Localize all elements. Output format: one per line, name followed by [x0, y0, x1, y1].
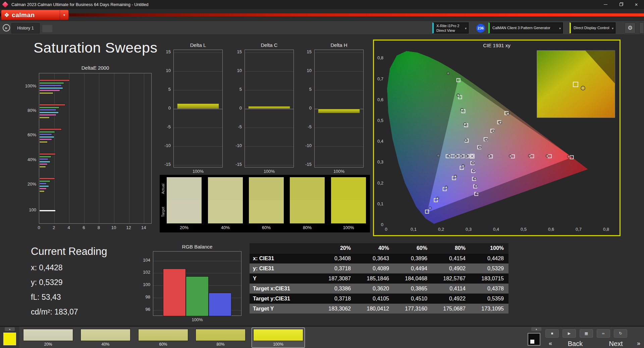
grid-line-v: [114, 73, 114, 223]
delta_l-bar: [177, 103, 219, 109]
deltae-bar-cyan: [39, 161, 50, 163]
table-row-label: Target Y: [250, 304, 317, 314]
table-cell: 187,3087: [317, 274, 356, 283]
y-tick-label: -5: [296, 124, 312, 129]
y-tick-label: -10: [155, 143, 171, 148]
toolbar-edge-button[interactable]: [639, 22, 644, 33]
actual-swatch-80%: [290, 177, 325, 200]
deltae-bar-magenta: [39, 138, 52, 140]
table-cell: 184,0468: [394, 274, 432, 283]
svg-text:0,4: 0,4: [493, 227, 499, 232]
table-cell: 0,4922: [432, 294, 470, 303]
pattern-level-color: [23, 329, 73, 341]
delta_h-plot: [314, 50, 364, 167]
svg-text:0,1: 0,1: [377, 201, 383, 206]
back-skip-button[interactable]: «: [545, 339, 555, 348]
x-tick-label: 4: [64, 225, 74, 230]
pattern-window-thumb: [530, 340, 534, 344]
minimize-icon: [604, 4, 607, 5]
table-cell: 0,4902: [432, 264, 470, 273]
svg-text:0,1: 0,1: [411, 227, 417, 232]
close-button[interactable]: ✕: [629, 0, 644, 9]
measured-marker-blue: [429, 207, 431, 209]
next-button[interactable]: Next: [599, 339, 633, 348]
back-button[interactable]: Back: [557, 339, 594, 348]
play-button[interactable]: ▶: [562, 329, 576, 338]
table-cell: 0,3865: [394, 284, 432, 293]
deltae-bar-yellow: [39, 190, 45, 192]
table-cell: 0,3718: [317, 294, 356, 303]
display-control-label: Direct Display Control: [571, 23, 615, 30]
y-tick-label: 5: [155, 87, 171, 92]
rgb-title: RGB Balance: [153, 244, 241, 250]
rgb-bar-blue: [209, 293, 231, 316]
pattern-source-dropdown[interactable]: CalMAN Client 3 Pattern Generator ▾: [488, 22, 563, 33]
pattern-level-label: 80%: [194, 342, 247, 347]
actual-swatch-60%: [249, 177, 284, 200]
pattern-level-80%[interactable]: 80%: [194, 328, 247, 348]
pattern-level-60%[interactable]: 60%: [137, 328, 190, 348]
meter-line2: Direct View: [434, 28, 468, 33]
pattern-level-20%[interactable]: 20%: [21, 328, 75, 348]
x-tick-label: 100%: [245, 169, 294, 174]
table-cell: 0,5329: [470, 264, 508, 273]
history-nav-button[interactable]: ▶: [3, 24, 10, 31]
measured-marker-magenta: [473, 169, 475, 172]
meter-line1: X-Rite i1Pro 2: [434, 23, 468, 28]
measured-marker-cyan: [437, 154, 440, 157]
logo-menu-caret-icon[interactable]: ▾: [60, 10, 68, 20]
measured-marker-magenta: [474, 177, 476, 180]
x-tick-label: 6: [79, 225, 89, 230]
grid-line-h: [315, 128, 363, 128]
deltae-bar-red: [39, 178, 55, 180]
deltae-bar-yellow: [39, 166, 46, 168]
rgb-plot: [153, 251, 241, 316]
play-icon: ▶: [568, 331, 571, 335]
pattern-level-40%[interactable]: 40%: [79, 328, 132, 348]
settings-button[interactable]: ⚙: [625, 22, 636, 33]
brand-red-strip: [0, 13, 644, 16]
meter-dropdown[interactable]: X-Rite i1Pro 2 Direct View ▾: [432, 22, 469, 33]
current-reading-title: Current Reading: [31, 246, 107, 258]
measured-marker-red: [488, 155, 491, 157]
table-cell: 175,0687: [432, 304, 470, 314]
deltae-bar-blue: [39, 84, 62, 86]
deltae-bar-magenta: [39, 163, 48, 165]
meter-count-badge[interactable]: 236: [476, 24, 485, 32]
y-tick-label: 15: [226, 49, 242, 54]
deltae-plot: [39, 73, 152, 224]
measured-marker-magenta: [476, 192, 479, 195]
calman-logo-button[interactable]: ❖ calman ▾: [1, 10, 69, 20]
actual-swatch-100%: [331, 177, 366, 200]
stop-button[interactable]: ■: [545, 329, 559, 338]
pattern-window-button[interactable]: [528, 333, 540, 346]
title-bar: Calman 2023 Calman Ultimate for Business…: [0, 0, 644, 9]
minimize-button[interactable]: [598, 0, 613, 9]
page-title: Saturation Sweeps: [34, 40, 157, 56]
table-cell: 180,0412: [356, 304, 394, 314]
table-header-cell: 100%: [470, 243, 508, 253]
pattern-window-expand-button[interactable]: ▴: [531, 327, 541, 331]
restore-button[interactable]: [613, 0, 629, 9]
cie-zoom-inset: [537, 51, 615, 118]
svg-text:0,5: 0,5: [377, 118, 383, 123]
refresh-button[interactable]: ↻: [614, 329, 627, 338]
pattern-level-100%[interactable]: 100%: [252, 328, 305, 348]
display-control-dropdown[interactable]: Direct Display Control ▾: [570, 22, 615, 33]
tab-ghost[interactable]: [42, 25, 52, 32]
measured-marker-cyan: [460, 155, 463, 157]
table-cell: 177,3160: [394, 304, 432, 314]
svg-text:0,8: 0,8: [377, 55, 383, 60]
save-button[interactable]: ▦: [580, 329, 593, 338]
deltae-bar-yellow: [39, 141, 48, 143]
tab-history-1[interactable]: History 1: [11, 23, 40, 33]
grid-line-v: [99, 73, 99, 223]
deltae-bar-red: [39, 128, 62, 130]
link-button[interactable]: ∞: [597, 329, 610, 338]
current-reading-fl: fL: 53,43: [31, 293, 107, 302]
y-tick-label: 10: [155, 68, 171, 73]
measured-marker-green: [461, 109, 463, 111]
table-row: Target y:CIE310,37180,41050,45100,49220,…: [250, 293, 508, 303]
next-skip-button[interactable]: »: [634, 339, 643, 348]
grid-line-h: [315, 90, 363, 90]
